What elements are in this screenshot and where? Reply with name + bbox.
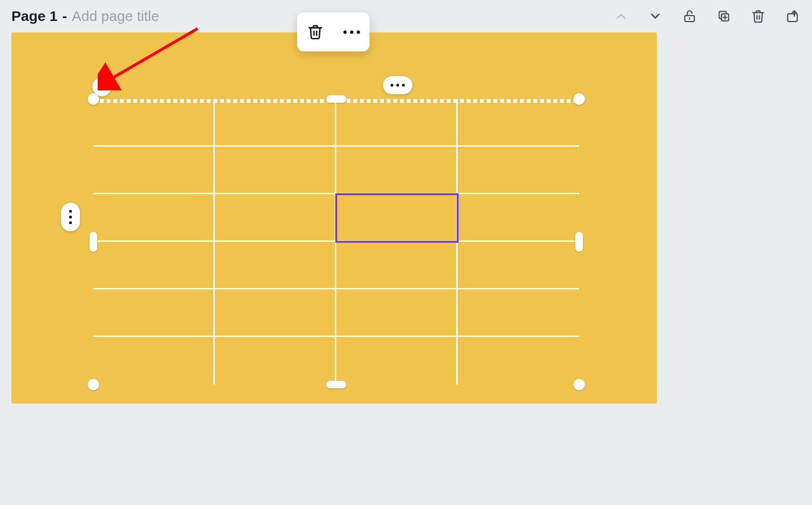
page-title-input[interactable] — [72, 8, 224, 24]
more-icon — [343, 30, 360, 34]
chevron-down-icon[interactable] — [647, 8, 663, 24]
table-cell[interactable] — [215, 99, 336, 147]
table-cell[interactable] — [336, 289, 458, 337]
table-cell[interactable] — [93, 337, 215, 385]
table-cell[interactable] — [336, 147, 458, 194]
resize-handle-left[interactable] — [90, 232, 97, 252]
page-header: Page 1 - — [0, 0, 812, 32]
trash-icon[interactable] — [750, 8, 766, 24]
table-cell-selected[interactable] — [336, 194, 458, 242]
row-options-button[interactable] — [61, 203, 80, 231]
table-cell[interactable] — [215, 289, 336, 337]
chevron-up-icon[interactable] — [613, 8, 629, 24]
page-number-label: Page 1 — [11, 8, 58, 24]
resize-handle-top[interactable] — [326, 95, 346, 103]
selection-toolbar — [297, 12, 370, 51]
table-cell[interactable] — [458, 337, 579, 385]
unlock-icon[interactable] — [682, 8, 698, 24]
resize-handle-top-right[interactable] — [573, 93, 585, 105]
table-cell[interactable] — [458, 289, 579, 337]
table-cell[interactable] — [458, 242, 579, 289]
table-cell[interactable] — [458, 194, 579, 242]
table-cell[interactable] — [93, 289, 215, 337]
resize-handle-bottom[interactable] — [326, 381, 346, 388]
table-cell[interactable] — [93, 147, 215, 194]
table-cell[interactable] — [336, 99, 458, 147]
table-cell[interactable] — [458, 147, 579, 194]
more-icon — [391, 84, 405, 87]
resize-handle-bottom-right[interactable] — [573, 379, 585, 390]
more-options-button[interactable] — [340, 20, 363, 43]
resize-handle-bottom-left[interactable] — [88, 379, 99, 390]
table-cell[interactable] — [93, 194, 215, 242]
more-icon — [69, 210, 72, 224]
resize-handle-right[interactable] — [575, 232, 583, 252]
page-label-separator: - — [62, 8, 67, 24]
table-cell[interactable] — [336, 242, 458, 289]
duplicate-icon[interactable] — [716, 8, 732, 24]
delete-button[interactable] — [304, 20, 327, 43]
svg-rect-5 — [788, 14, 797, 21]
table-cell[interactable] — [215, 337, 336, 385]
header-actions — [613, 8, 801, 24]
table-cell[interactable] — [215, 147, 336, 194]
table-grid — [93, 99, 579, 385]
page-label-group: Page 1 - — [11, 8, 224, 24]
table-cell[interactable] — [93, 242, 215, 289]
table-cell[interactable] — [215, 242, 336, 289]
table-element[interactable] — [93, 99, 579, 385]
table-cell[interactable] — [93, 99, 215, 147]
table-cell[interactable] — [336, 337, 458, 385]
design-canvas[interactable] — [11, 32, 657, 404]
share-icon[interactable] — [784, 8, 801, 24]
column-options-button[interactable] — [383, 76, 412, 94]
table-cell[interactable] — [458, 99, 579, 147]
add-button[interactable] — [92, 77, 111, 96]
table-cell[interactable] — [215, 194, 336, 242]
